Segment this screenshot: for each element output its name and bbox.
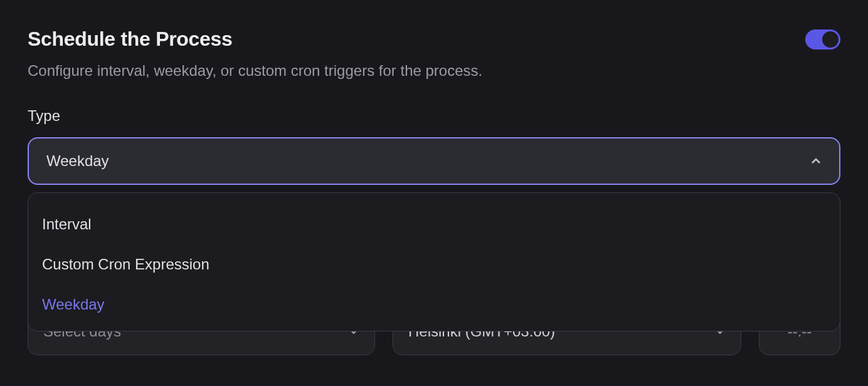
type-label: Type <box>28 107 840 125</box>
enable-toggle[interactable] <box>805 29 840 50</box>
dropdown-option-interval[interactable]: Interval <box>28 204 840 244</box>
dropdown-option-cron[interactable]: Custom Cron Expression <box>28 244 840 284</box>
type-dropdown: Interval Custom Cron Expression Weekday <box>28 192 840 331</box>
page-title: Schedule the Process <box>28 28 233 51</box>
page-subtitle: Configure interval, weekday, or custom c… <box>28 62 840 80</box>
dropdown-option-weekday[interactable]: Weekday <box>28 284 840 325</box>
toggle-knob <box>822 31 839 48</box>
type-select[interactable]: Weekday <box>28 137 840 185</box>
header-row: Schedule the Process <box>28 28 840 51</box>
type-select-value: Weekday <box>46 152 109 170</box>
chevron-up-icon <box>810 155 822 167</box>
